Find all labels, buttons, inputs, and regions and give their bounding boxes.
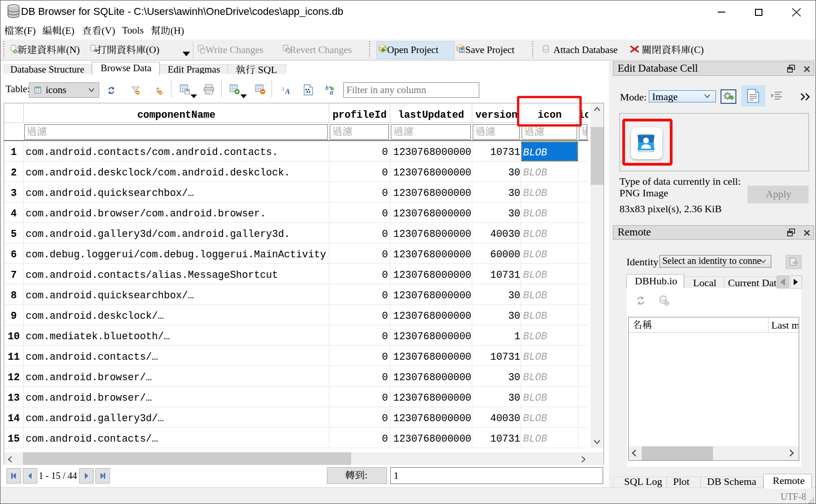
svg-text:(V): (V) [102,26,115,36]
svg-text:A: A [281,85,285,92]
svg-text:(O): (O) [146,45,159,55]
svg-text::: : [365,470,367,481]
svg-text:(F): (F) [24,26,36,36]
svg-text:b: b [326,85,329,91]
svg-text:(E): (E) [62,26,75,36]
svg-text:(C): (C) [691,45,704,55]
svg-text:(N): (N) [66,45,80,55]
svg-text:A: A [285,87,290,94]
svg-text:(H): (H) [170,26,184,36]
